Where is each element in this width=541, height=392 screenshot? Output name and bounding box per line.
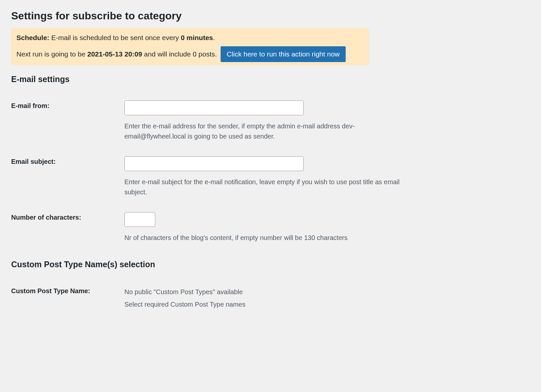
num-chars-label: Number of characters: bbox=[11, 206, 124, 251]
email-subject-label: Email subject: bbox=[11, 150, 124, 206]
email-subject-help: Enter e-mail subject for the e-mail noti… bbox=[124, 177, 408, 197]
cpt-name-value: No public "Custom Post Types" available bbox=[124, 286, 408, 298]
page-title: Settings for subscribe to category bbox=[11, 10, 530, 22]
schedule-interval: 0 minutes bbox=[181, 34, 213, 41]
num-chars-input[interactable] bbox=[124, 212, 155, 227]
email-from-help: Enter the e-mail address for the sender,… bbox=[124, 121, 408, 142]
num-chars-help: Nr of characters of the blog's content, … bbox=[124, 233, 408, 243]
cpt-table: Custom Post Type Name: No public "Custom… bbox=[11, 279, 412, 319]
email-from-label: E-mail from: bbox=[11, 94, 124, 150]
cpt-name-label: Custom Post Type Name: bbox=[11, 279, 124, 319]
cpt-name-help: Select required Custom Post Type names bbox=[124, 298, 408, 311]
run-now-button[interactable]: Click here to run this action right now bbox=[221, 46, 345, 62]
schedule-text-1-post: . bbox=[213, 34, 215, 41]
schedule-text-1: E-mail is scheduled to be sent once ever… bbox=[49, 34, 181, 41]
next-run-pre: Next run is going to be bbox=[16, 50, 87, 58]
next-run-time: 2021-05-13 20:09 bbox=[87, 50, 142, 58]
email-from-input[interactable] bbox=[124, 100, 304, 115]
schedule-label: Schedule: bbox=[16, 34, 49, 41]
email-settings-heading: E-mail settings bbox=[11, 75, 530, 84]
email-subject-input[interactable] bbox=[124, 156, 304, 171]
schedule-notice: Schedule: E-mail is scheduled to be sent… bbox=[11, 28, 369, 65]
email-settings-table: E-mail from: Enter the e-mail address fo… bbox=[11, 94, 412, 251]
cpt-heading: Custom Post Type Name(s) selection bbox=[11, 260, 530, 269]
next-run-post: and will include 0 posts. bbox=[142, 50, 219, 58]
